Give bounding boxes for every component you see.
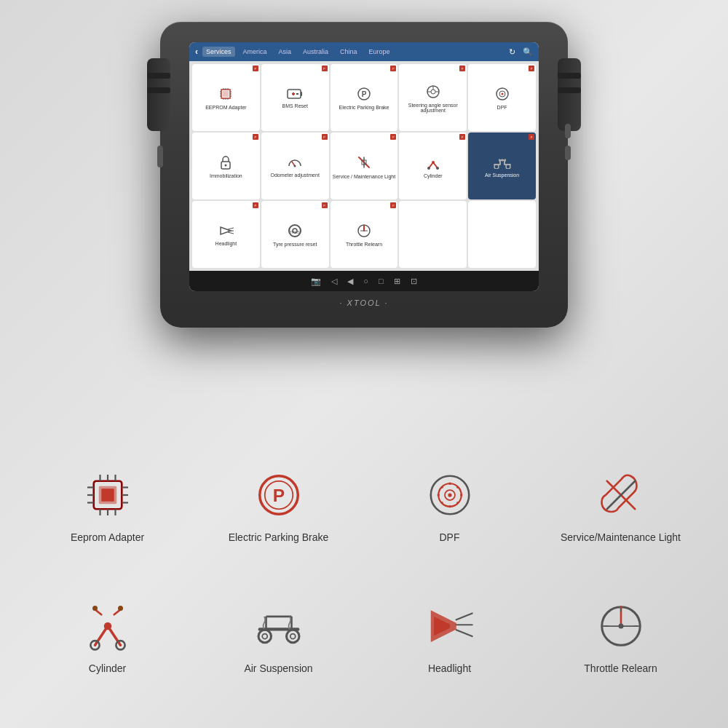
svg-point-30 [225, 165, 227, 167]
feature-label-eeprom: Eeprom Adapter [71, 531, 144, 543]
svg-line-109 [456, 614, 472, 620]
svg-point-86 [441, 502, 443, 504]
back2-sys-btn[interactable]: ◀ [347, 277, 353, 286]
svg-point-82 [448, 505, 451, 508]
service-cell-empty1 [399, 201, 467, 268]
service-label-air-suspension: Air Suspension [485, 173, 519, 178]
svg-point-84 [460, 494, 463, 496]
svg-text:P: P [362, 90, 367, 98]
nav-tab-asia[interactable]: Asia [275, 47, 296, 57]
svg-point-40 [436, 167, 439, 170]
svg-point-39 [427, 167, 430, 170]
service-label-maintenance: Service / Maintenance Light [333, 174, 395, 179]
service-cell-maintenance[interactable]: P Service / Maintenance Light [331, 132, 398, 199]
pdf-badge: P [322, 202, 328, 208]
apps-btn[interactable]: ⊞ [394, 277, 400, 286]
features-section: Eeprom Adapter P Electric Parking Brake [0, 451, 728, 728]
screen-navbar: ‹ Services America Asia Australia China … [189, 42, 539, 61]
feature-icon-dpf [417, 466, 483, 524]
svg-point-106 [262, 634, 267, 639]
svg-line-53 [228, 232, 234, 234]
feature-label-air-suspension: Air Suspension [244, 662, 312, 674]
screenshot-btn[interactable]: 📷 [311, 277, 321, 286]
nav-tab-services[interactable]: Services [202, 47, 235, 57]
nav-tab-china[interactable]: China [336, 47, 361, 57]
service-cell-odometer[interactable]: P Odometer adjustment [261, 132, 329, 199]
service-label-tyre: Tyre pressure reset [273, 242, 317, 247]
settings-btn[interactable]: ⊡ [411, 277, 417, 286]
pdf-badge: P [529, 134, 534, 140]
feature-icon-headlight [417, 597, 483, 655]
feature-label-headlight: Headlight [428, 662, 471, 674]
svg-rect-61 [101, 488, 114, 502]
wrench-x-icon [356, 154, 372, 173]
square-btn[interactable]: □ [379, 277, 384, 285]
svg-line-111 [456, 630, 472, 636]
refresh-icon[interactable]: ↻ [509, 47, 515, 57]
svg-point-22 [431, 90, 435, 94]
svg-point-38 [432, 161, 435, 164]
service-cell-tyre[interactable]: P TPMS Tyre pressure reset [261, 201, 329, 268]
brand-label: · XTOOL · [339, 298, 388, 307]
svg-point-100 [118, 606, 123, 611]
feature-icon-eeprom [75, 466, 141, 524]
pdf-badge: P [253, 202, 258, 208]
service-cell-dpf[interactable]: P DPF [468, 64, 536, 131]
nav-tab-europe[interactable]: Europe [365, 47, 394, 57]
feature-icon-maintenance [588, 466, 654, 524]
feature-icon-throttle [588, 597, 654, 655]
device: ‹ Services America Asia Australia China … [160, 22, 568, 335]
feature-eeprom: Eeprom Adapter [35, 466, 181, 543]
feature-maintenance: Service/Maintenance Light [548, 466, 694, 543]
search-icon[interactable]: 🔍 [523, 47, 533, 57]
features-row-2: Cylinder [22, 597, 706, 721]
svg-point-83 [437, 494, 440, 496]
steering-icon [426, 84, 440, 101]
side-button-right-1[interactable] [565, 124, 571, 138]
pdf-badge: P [390, 134, 396, 140]
screen-bezel: ‹ Services America Asia Australia China … [189, 42, 539, 291]
service-cell-cylinder[interactable]: P Cylinder [399, 132, 467, 199]
svg-point-81 [448, 483, 451, 486]
service-label-bms: BMS Reset [282, 103, 307, 108]
service-cell-epb[interactable]: P P Electric Parking Brake [331, 64, 398, 131]
feature-air-suspension: Air Suspension [206, 597, 352, 674]
tyre-icon: TPMS [288, 223, 302, 240]
suspension-icon [493, 156, 512, 171]
svg-point-105 [258, 630, 272, 643]
feature-label-maintenance: Service/Maintenance Light [561, 531, 681, 543]
nav-tab-america[interactable]: America [240, 47, 271, 57]
feature-icon-epb: P [246, 466, 312, 524]
service-label-throttle: Throttle Relearn [346, 242, 382, 247]
grip-left [147, 58, 170, 131]
feature-label-dpf: DPF [440, 531, 460, 543]
pdf-badge: P [529, 66, 534, 71]
service-cell-eeprom[interactable]: P [192, 64, 260, 131]
back-sys-btn[interactable]: ◁ [331, 277, 337, 286]
service-label-steering: Steering angle sensor adjustment [400, 103, 465, 113]
svg-point-85 [456, 486, 459, 488]
service-cell-headlight[interactable]: P Headlight [192, 201, 260, 268]
svg-point-99 [92, 606, 98, 611]
svg-rect-1 [223, 91, 229, 97]
service-cell-throttle[interactable]: P Throttle Relearn [331, 201, 398, 268]
feature-icon-air-suspension [246, 597, 312, 655]
side-button-right-2[interactable] [565, 146, 571, 160]
service-cell-immobilize[interactable]: P Immobilization [192, 132, 260, 199]
service-cell-steering[interactable]: P Steering angle sensor adjustment [399, 64, 467, 131]
service-cell-air-suspension[interactable]: P [468, 132, 536, 199]
service-grid: P [189, 61, 539, 271]
svg-point-108 [290, 634, 295, 639]
back-button[interactable]: ‹ [195, 47, 198, 57]
side-button-left[interactable] [157, 146, 163, 167]
nav-tab-australia[interactable]: Australia [299, 47, 332, 57]
service-cell-bms[interactable]: P BMS Reset [261, 64, 329, 131]
home-btn[interactable]: ○ [363, 277, 368, 285]
svg-point-80 [448, 493, 451, 496]
service-label-odometer: Odometer adjustment [271, 173, 320, 178]
battery-icon [287, 88, 303, 102]
pdf-badge: P [459, 134, 465, 140]
service-cell-empty2 [468, 201, 536, 268]
service-label-immobilize: Immobilization [210, 173, 242, 178]
dpf-icon [495, 87, 510, 103]
